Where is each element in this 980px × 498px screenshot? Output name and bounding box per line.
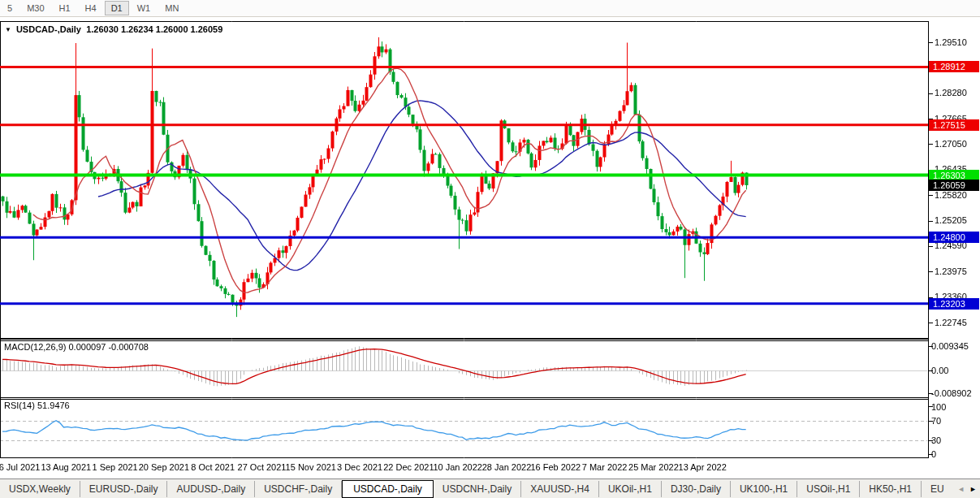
macd-label: MACD(12,26,9) 0.000097 -0.000708 [4,342,149,352]
symbol-tab-audusd-daily[interactable]: AUDUSD-,Daily [167,481,255,497]
price-axis-tick: 1.23975 [935,266,967,276]
price-axis-tick: 1.25820 [935,190,967,200]
symbol-tab-eu[interactable]: EU [922,481,953,497]
rsi-name: RSI(14) [4,401,35,410]
date-axis-label: 22 Dec 2021 [383,462,434,472]
timeframe-button-h4[interactable]: H4 [79,1,103,15]
symbol-tab-usdcnh-daily[interactable]: USDCNH-,Daily [434,481,521,497]
tab-scroll-arrows: ◄ ► [949,479,980,498]
symbol-tab-usoil-h1[interactable]: USOil-,H1 [797,481,860,497]
tab-scroll-left-icon[interactable]: ◄ [957,479,965,498]
date-axis-label: 16 Feb 2022 [530,462,581,472]
price-axis-tick: 1.22745 [935,318,967,327]
price-level-badge: 1.27515 [929,119,979,131]
date-axis-label: 15 Nov 2021 [286,462,336,472]
macd-axis-tick: -0.008902 [931,388,972,398]
chart-ohlc-values: 1.26030 1.26234 1.26000 1.26059 [86,24,222,34]
symbol-tab-dj30-daily[interactable]: DJ30-,Daily [662,481,731,497]
timeframe-button-h1[interactable]: H1 [53,1,77,15]
macd-axis-tick: 0.009345 [931,341,969,351]
timeframe-button-w1[interactable]: W1 [131,1,158,15]
symbol-tab-usdx-weekly[interactable]: USDX,Weekly [0,481,80,497]
date-axis-label: 10 Jan 2022 [433,462,482,472]
macd-axis-tick: 0.00 [931,366,948,375]
timeframe-button-5[interactable]: 5 [1,1,19,15]
current-price-badge: 1.26059 [929,180,979,191]
date-axis-label: 3 Dec 2021 [337,462,382,472]
date-axis-label: 26 Jul 2021 [0,462,40,472]
price-chart-canvas[interactable] [0,0,980,498]
date-axis-label: 7 Mar 2022 [582,462,628,472]
date-axis-label: 27 Oct 2021 [238,462,287,472]
tab-scroll-right-icon[interactable]: ► [969,479,977,498]
price-axis-tick: 1.27050 [935,139,967,149]
rsi-axis-tick: 70 [931,416,941,426]
chart-title: ▼USDCAD-,Daily 1.26030 1.26234 1.26000 1… [5,24,222,34]
timeframe-button-d1[interactable]: D1 [105,1,129,15]
symbol-tab-ukoil-h1[interactable]: UKOil-,H1 [599,481,662,497]
timeframe-button-m30[interactable]: M30 [20,1,50,15]
price-axis-tick: 1.28280 [935,88,967,97]
price-level-badge: 1.24800 [929,232,979,243]
date-axis-label: 28 Jan 2022 [482,462,532,472]
rsi-axis-tick: 0 [931,449,936,459]
mt4-terminal: 5M30H1H4D1W1MN ▼USDCAD-,Daily 1.26030 1.… [0,0,980,498]
date-axis-label: 13 Apr 2022 [679,462,727,472]
price-level-badge: 1.23203 [929,298,979,310]
date-axis-label: 8 Oct 2021 [191,462,235,472]
price-axis-tick: 1.25205 [935,215,967,225]
rsi-axis-tick: 30 [931,435,941,445]
date-axis-label: 25 Mar 2022 [628,462,679,472]
date-axis-label: 20 Sep 2021 [139,462,189,472]
chart-collapse-icon[interactable]: ▼ [5,26,11,33]
rsi-axis-tick: 100 [931,402,946,412]
macd-name: MACD(12,26,9) [4,342,66,352]
symbol-tab-usdchf-daily[interactable]: USDCHF-,Daily [255,481,342,497]
symbol-tab-xauusd-h4[interactable]: XAUUSD-,H4 [521,481,599,497]
symbol-tab-hk50-h1[interactable]: HK50-,H1 [860,481,922,497]
chart-symbol-label: USDCAD-,Daily [16,24,81,34]
rsi-value: 51.9476 [37,401,70,410]
date-axis-label: 13 Aug 2021 [41,462,91,472]
price-level-badge: 1.28912 [929,61,979,72]
symbol-tabbar: USDX,WeeklyEURUSD-,DailyAUDUSD-,DailyUSD… [0,479,980,498]
symbol-tab-uk100-h1[interactable]: UK100-,H1 [731,481,797,497]
timeframe-toolbar: 5M30H1H4D1W1MN [0,0,980,17]
price-axis-tick: 1.29510 [935,37,967,47]
rsi-label: RSI(14) 51.9476 [4,401,70,410]
macd-values: 0.000097 -0.000708 [68,342,148,352]
timeframe-button-mn[interactable]: MN [158,1,185,15]
date-axis-label: 1 Sep 2021 [92,462,137,472]
symbol-tab-eurusd-daily[interactable]: EURUSD-,Daily [80,481,168,497]
symbol-tab-usdcad-daily[interactable]: USDCAD-,Daily [342,480,434,498]
